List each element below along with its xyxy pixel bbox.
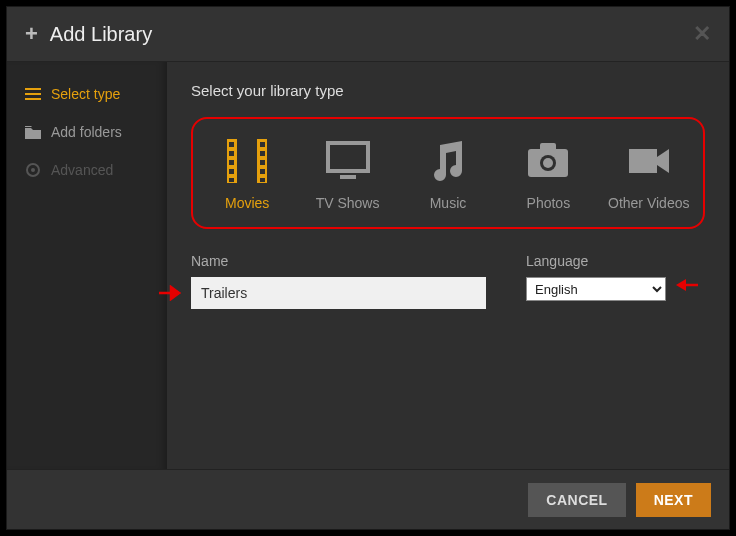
svg-rect-18 (340, 175, 356, 179)
modal-title: Add Library (50, 23, 152, 46)
svg-rect-12 (260, 142, 265, 147)
annotation-arrow-icon (157, 285, 185, 301)
next-button[interactable]: NEXT (636, 483, 711, 517)
add-library-modal: + Add Library ✕ Select type Add folders (6, 6, 730, 530)
svg-rect-8 (229, 151, 234, 156)
svg-rect-17 (328, 143, 368, 171)
annotation-arrow-icon (672, 277, 700, 293)
tv-icon (324, 139, 372, 183)
sidebar-item-add-folders[interactable]: Add folders (7, 118, 167, 146)
type-label: Photos (527, 195, 571, 211)
cancel-button[interactable]: CANCEL (528, 483, 625, 517)
language-select[interactable]: English (526, 277, 666, 301)
name-input[interactable] (191, 277, 486, 309)
folder-icon (25, 126, 41, 139)
name-label: Name (191, 253, 486, 269)
gear-icon (25, 163, 41, 177)
svg-rect-16 (260, 178, 265, 182)
svg-rect-7 (229, 142, 234, 147)
modal-header: + Add Library ✕ (7, 7, 729, 62)
type-music[interactable]: Music (403, 139, 493, 211)
type-tv-shows[interactable]: TV Shows (303, 139, 393, 211)
language-field: Language English (526, 253, 666, 309)
sidebar-item-label: Add folders (51, 124, 122, 140)
sidebar-item-advanced: Advanced (7, 156, 167, 184)
main-panel: Select your library type Movie (167, 62, 729, 469)
type-photos[interactable]: Photos (503, 139, 593, 211)
type-label: TV Shows (316, 195, 380, 211)
svg-rect-13 (260, 151, 265, 156)
svg-rect-9 (229, 160, 234, 165)
list-icon (25, 87, 41, 101)
svg-rect-14 (260, 160, 265, 165)
svg-rect-23 (629, 149, 657, 173)
section-title: Select your library type (191, 82, 705, 99)
type-label: Movies (225, 195, 269, 211)
sidebar-item-select-type[interactable]: Select type (7, 80, 167, 108)
sidebar-item-label: Select type (51, 86, 120, 102)
name-field: Name (191, 253, 486, 309)
type-other-videos[interactable]: Other Videos (604, 139, 694, 211)
svg-rect-15 (260, 169, 265, 174)
camera-icon (524, 139, 572, 183)
modal-body: Select type Add folders Advanced Select … (7, 62, 729, 469)
modal-footer: CANCEL NEXT (7, 469, 729, 529)
svg-rect-20 (540, 143, 556, 151)
library-type-selector: Movies TV Shows (191, 117, 705, 229)
sidebar: Select type Add folders Advanced (7, 62, 167, 469)
type-label: Other Videos (608, 195, 689, 211)
type-label: Music (430, 195, 467, 211)
video-icon (625, 139, 673, 183)
svg-point-22 (543, 158, 553, 168)
music-icon (424, 139, 472, 183)
plus-icon: + (25, 21, 38, 47)
form-row: Name Language English (191, 253, 705, 309)
svg-rect-10 (229, 169, 234, 174)
sidebar-item-label: Advanced (51, 162, 113, 178)
svg-rect-11 (229, 178, 234, 182)
svg-point-4 (31, 168, 35, 172)
svg-rect-6 (237, 139, 257, 183)
film-icon (223, 139, 271, 183)
language-label: Language (526, 253, 666, 269)
type-movies[interactable]: Movies (202, 139, 292, 211)
close-icon[interactable]: ✕ (693, 21, 711, 47)
